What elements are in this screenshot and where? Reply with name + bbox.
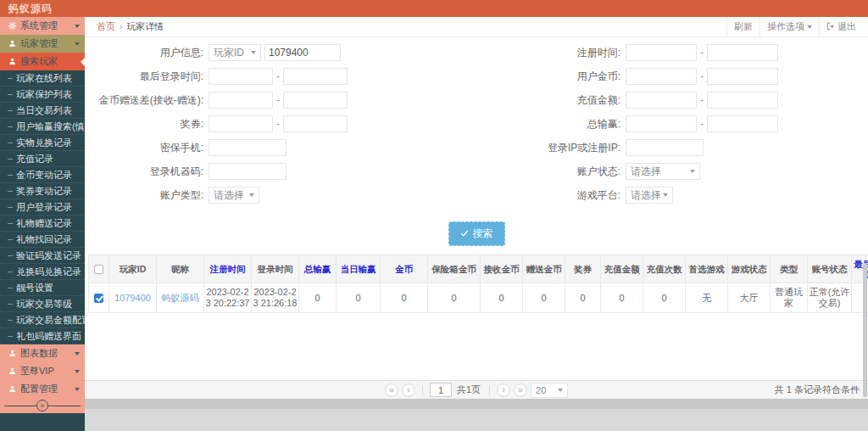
sidebar-subitem-label: 玩家交易金额配置 — [16, 315, 85, 325]
table-cell: 2023-02-23 20:22:37 — [204, 283, 252, 313]
sidebar-group-player[interactable]: 玩家管理 — [0, 35, 85, 53]
register-time-from-input[interactable] — [626, 44, 697, 61]
machine-code-input[interactable] — [209, 163, 287, 180]
next-page-button[interactable]: › — [497, 383, 510, 397]
table-cell: 0 — [643, 283, 686, 313]
sidebar-subitem[interactable]: 礼物找回记录 — [0, 232, 85, 248]
sidebar-subitem[interactable]: 当日交易列表 — [0, 103, 85, 119]
gold-gift-diff-from-input[interactable] — [209, 92, 273, 109]
page-number-input[interactable] — [430, 383, 452, 397]
refresh-button[interactable]: 刷新 — [726, 17, 760, 36]
column-header[interactable]: 注册时间 — [204, 255, 252, 283]
chevron-down-icon — [75, 42, 80, 46]
sidebar-group-label: 系统管理 — [20, 20, 70, 32]
account-type-select[interactable]: 请选择 — [209, 187, 259, 204]
row-select-cell — [89, 283, 109, 313]
sidebar-subitem[interactable]: 充值记录 — [0, 151, 85, 167]
main-area: 首页 › 玩家详情 刷新 操作选项 退出 用户信息: 玩家ID — [85, 17, 868, 431]
sidebar-subitem[interactable]: 玩家保护列表 — [0, 87, 85, 103]
account-status-select[interactable]: 请选择 — [626, 163, 700, 180]
sidebar-group-label: 玩家管理 — [20, 37, 70, 50]
user-icon — [8, 350, 16, 357]
last-page-button[interactable]: » — [514, 383, 527, 397]
table-cell: 0 — [523, 283, 565, 313]
recharge-amount-from-input[interactable] — [626, 92, 697, 109]
sidebar-subitem[interactable]: 玩家交易等级 — [0, 296, 85, 312]
user-gold-from-input[interactable] — [626, 68, 697, 85]
field-label: 账户类型: — [85, 187, 209, 202]
cell-value: 0 — [498, 293, 504, 303]
cell-value[interactable]: 蚂蚁源码 — [162, 293, 199, 303]
cell-value: 0 — [401, 293, 406, 303]
user-info-type-select[interactable]: 玩家ID — [209, 44, 261, 61]
user-info-input[interactable] — [264, 44, 341, 61]
caret-down-icon — [663, 193, 668, 197]
select-all-header — [89, 255, 109, 283]
total-winloss-to-input[interactable] — [707, 115, 778, 132]
sidebar-subitem[interactable]: 靓号设置 — [0, 280, 85, 296]
sidebar-subitem[interactable]: 礼包码赠送界面 — [0, 328, 85, 344]
cell-value: 普通玩家 — [775, 287, 803, 308]
login-ip-input[interactable] — [626, 139, 704, 156]
user-gold-to-input[interactable] — [707, 68, 778, 85]
caret-down-icon — [690, 170, 695, 173]
sidebar-subitem[interactable]: 用户登录记录 — [0, 199, 85, 216]
prev-page-button[interactable]: ‹ — [402, 383, 415, 397]
cell-value: 0 — [619, 293, 624, 303]
field-label: 金币赠送差(接收-赠送): — [85, 92, 209, 107]
search-button[interactable]: 搜索 — [448, 221, 505, 246]
sidebar-group[interactable]: 配置管理 — [0, 380, 85, 398]
caret-down-icon — [251, 51, 256, 54]
sidebar-subitem-label: 兑换码兑换记录 — [16, 266, 81, 277]
sidebar-collapse-button[interactable]: « — [36, 400, 48, 411]
breadcrumb-home-link[interactable]: 首页 — [97, 20, 115, 33]
lottery-to-input[interactable] — [283, 115, 348, 132]
cell-value[interactable]: 1079400 — [114, 293, 151, 303]
recharge-amount-to-input[interactable] — [707, 92, 778, 109]
sidebar-subitem[interactable]: 用户输赢搜索(慎用!!!!!!) — [0, 119, 85, 135]
row-checkbox[interactable] — [94, 294, 103, 303]
sidebar-item-search-player[interactable]: 搜索玩家 — [0, 53, 85, 70]
lottery-from-input[interactable] — [209, 115, 273, 132]
table-cell: 正常(允许交易) — [808, 283, 852, 313]
sidebar-subitem[interactable]: 兑换码兑换记录 — [0, 264, 85, 280]
sidebar-subitem[interactable]: 奖券变动记录 — [0, 183, 85, 199]
column-header[interactable]: 总输赢 — [299, 255, 337, 283]
column-header[interactable]: 金币 — [381, 255, 428, 283]
page-size-select[interactable]: 20 — [531, 383, 568, 398]
table-cell: 0 — [381, 283, 428, 313]
select-all-checkbox[interactable] — [94, 265, 103, 274]
sidebar-subitem[interactable]: 金币变动记录 — [0, 167, 85, 183]
sidebar-group[interactable]: 图表数据 — [0, 344, 85, 362]
sidebar-subitem[interactable]: 实物兑换记录 — [0, 135, 85, 151]
vertical-scrollbar-thumb[interactable] — [863, 263, 867, 397]
field-label: 用户金币: — [476, 68, 626, 83]
sidebar-subitem[interactable]: 验证码发送记录 — [0, 248, 85, 264]
table-row: 1079400 蚂蚁源码 2023-02-23 20:22:37 2023-02… — [89, 283, 868, 313]
sidebar-submenu: 玩家在线列表 玩家保护列表 当日交易列表 用户输赢搜索(慎用!!!!!!) 实物… — [0, 70, 85, 344]
sidebar-subitem[interactable]: 玩家交易金额配置 — [0, 312, 85, 328]
horizontal-scrollbar[interactable] — [85, 399, 868, 409]
total-winloss-from-input[interactable] — [626, 115, 697, 132]
gold-gift-diff-to-input[interactable] — [283, 92, 348, 109]
logout-button[interactable]: 退出 — [819, 17, 863, 36]
table-header-row: 玩家ID 昵称 注册时间 登录时间 总输赢 当日输赢 金币 — [89, 255, 868, 283]
column-header[interactable]: 当日输赢 — [337, 255, 381, 283]
register-time-to-input[interactable] — [707, 44, 778, 61]
last-login-to-input[interactable] — [283, 68, 348, 85]
results-table: 玩家ID 昵称 注册时间 登录时间 总输赢 当日输赢 金币 — [88, 255, 868, 313]
secure-phone-input[interactable] — [209, 139, 287, 156]
table-cell: 0 — [601, 283, 643, 313]
sidebar-group[interactable]: 至尊VIP — [0, 362, 85, 380]
breadcrumb-separator: › — [120, 22, 122, 31]
sidebar-item-label: 搜索玩家 — [20, 55, 80, 68]
sidebar-subitem[interactable]: 礼物赠送记录 — [0, 216, 85, 232]
last-login-from-input[interactable] — [209, 68, 273, 85]
app-title: 蚂蚁源码 — [0, 0, 868, 17]
first-page-button[interactable]: « — [385, 383, 398, 397]
field-label: 奖券: — [85, 115, 209, 131]
sidebar-subitem[interactable]: 玩家在线列表 — [0, 70, 85, 87]
game-platform-select[interactable]: 请选择 — [626, 187, 673, 204]
sidebar-group-system[interactable]: 系统管理 — [0, 17, 85, 35]
actions-dropdown-button[interactable]: 操作选项 — [760, 17, 819, 36]
